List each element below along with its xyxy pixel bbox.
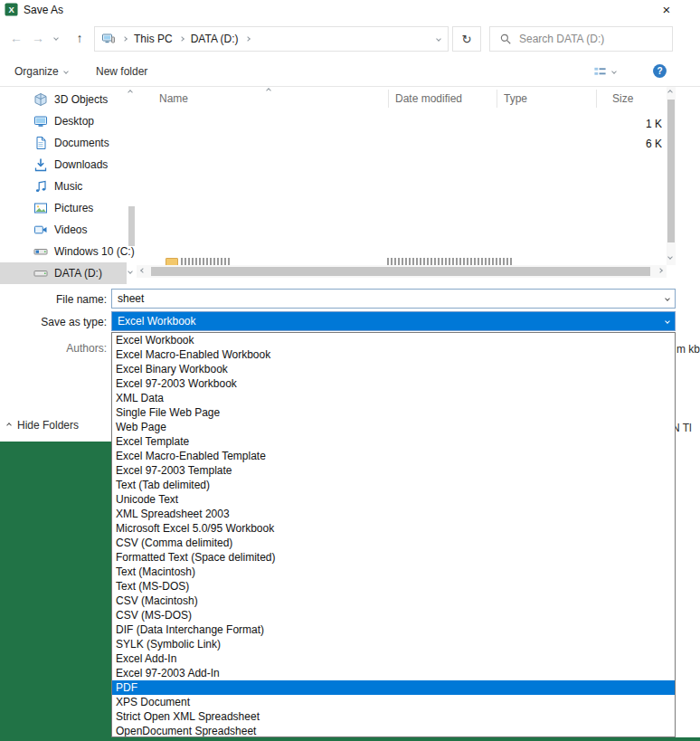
file-name-input[interactable]	[111, 289, 676, 309]
file-list-vertical-scrollbar[interactable]	[667, 87, 676, 265]
breadcrumb-this-pc[interactable]: This PC	[134, 33, 173, 45]
file-type-option[interactable]: Unicode Text	[112, 492, 675, 507]
file-type-option[interactable]: Excel Binary Workbook	[112, 362, 675, 376]
scroll-up-icon[interactable]	[667, 90, 673, 95]
column-header-type[interactable]: Type	[497, 89, 597, 109]
back-button[interactable]	[5, 27, 27, 49]
change-view-button[interactable]	[593, 63, 616, 80]
vertical-scrollbar-thumb[interactable]	[667, 100, 675, 242]
file-type-option[interactable]: Text (Macintosh)	[112, 565, 675, 579]
breadcrumb-current-folder[interactable]: DATA (D:)	[191, 33, 239, 45]
chevron-right-icon[interactable]	[179, 36, 184, 42]
help-button[interactable]: ?	[652, 63, 667, 79]
up-button[interactable]	[69, 27, 90, 49]
file-type-option[interactable]: Excel Macro-Enabled Template	[112, 449, 675, 463]
horizontal-scrollbar-thumb[interactable]	[151, 267, 650, 276]
save-as-type-combobox[interactable]: Excel Workbook	[111, 311, 676, 331]
file-type-option[interactable]: Web Page	[112, 420, 675, 434]
file-type-option[interactable]: Excel Add-In	[112, 651, 675, 666]
chevron-right-icon[interactable]	[245, 36, 251, 42]
recent-locations-button[interactable]	[49, 27, 63, 49]
close-icon[interactable]	[649, 0, 684, 20]
scroll-up-icon[interactable]	[128, 90, 133, 95]
file-type-option[interactable]: XML Data	[112, 391, 675, 405]
sidebar-item-data-d[interactable]: DATA (D:)	[0, 262, 127, 284]
window-title: Save As	[24, 4, 63, 16]
column-divider[interactable]	[497, 90, 497, 108]
save-type-dropdown-list: Excel WorkbookExcel Macro-Enabled Workbo…	[111, 332, 676, 737]
file-type-option[interactable]: CSV (Comma delimited)	[112, 536, 675, 550]
column-divider[interactable]	[596, 90, 597, 108]
file-type-option[interactable]: Single File Web Page	[112, 405, 675, 420]
sidebar-item-desktop[interactable]: Desktop	[0, 110, 127, 132]
sidebar-item-windows-10-c[interactable]: Windows 10 (C:)	[0, 241, 127, 262]
column-header-date-modified[interactable]: Date modified	[389, 89, 497, 109]
file-row-size[interactable]: 6 K	[593, 138, 662, 150]
file-type-option[interactable]: DIF (Data Interchange Format)	[112, 622, 675, 637]
file-type-option[interactable]: Strict Open XML Spreadsheet	[112, 709, 675, 724]
file-type-option[interactable]: Excel 97-2003 Template	[112, 463, 675, 478]
new-folder-button[interactable]: New folder	[96, 63, 147, 80]
search-input[interactable]	[519, 33, 667, 45]
clipped-file-details[interactable]	[387, 258, 512, 265]
save-as-type-label: Save as type:	[0, 316, 107, 328]
sidebar-item-pictures[interactable]: Pictures	[0, 197, 127, 219]
sidebar-item-downloads[interactable]: Downloads	[0, 154, 127, 176]
refresh-button[interactable]	[452, 26, 481, 52]
file-type-option[interactable]: CSV (Macintosh)	[112, 594, 675, 608]
title-bar: X Save As	[0, 0, 700, 20]
file-type-option[interactable]: Excel 97-2003 Add-In	[112, 666, 675, 680]
organize-button[interactable]: Organize	[14, 63, 68, 80]
sidebar-item-label: Music	[54, 180, 82, 193]
new-folder-label: New folder	[96, 65, 147, 78]
column-header-size[interactable]: Size	[597, 89, 667, 109]
list-view-icon	[593, 65, 607, 79]
file-type-option[interactable]: Excel Macro-Enabled Workbook	[112, 347, 675, 362]
music-note-icon	[33, 179, 48, 194]
hide-folders-button[interactable]: Hide Folders	[7, 416, 79, 434]
file-type-option[interactable]: Text (Tab delimited)	[112, 478, 675, 492]
search-box[interactable]	[489, 26, 673, 52]
scroll-down-icon[interactable]	[128, 269, 133, 274]
hide-folders-label: Hide Folders	[17, 419, 79, 432]
chevron-right-icon[interactable]	[122, 36, 128, 42]
column-header-label: Date modified	[395, 92, 462, 105]
address-dropdown-icon[interactable]	[436, 36, 441, 42]
column-header-name[interactable]: Name	[137, 89, 389, 109]
file-type-option[interactable]: SYLK (Symbolic Link)	[112, 637, 675, 651]
file-type-option[interactable]: XML Spreadsheet 2003	[112, 507, 675, 521]
scroll-down-icon[interactable]	[667, 254, 673, 260]
sidebar-item-music[interactable]: Music	[0, 176, 127, 197]
file-type-option[interactable]: CSV (MS-DOS)	[112, 608, 675, 622]
file-type-option[interactable]: Text (MS-DOS)	[112, 579, 675, 594]
column-divider[interactable]	[388, 90, 389, 108]
sidebar-scrollbar[interactable]	[128, 87, 136, 279]
organize-label: Organize	[14, 65, 59, 78]
file-row-size[interactable]: 1 K	[593, 118, 662, 130]
file-type-option[interactable]: Excel Template	[112, 434, 675, 449]
address-bar[interactable]: This PC DATA (D:)	[94, 26, 449, 52]
scroll-right-icon[interactable]	[657, 268, 663, 273]
sidebar-item-label: Pictures	[54, 202, 93, 214]
clipped-file-name[interactable]	[181, 258, 230, 265]
chevron-down-icon	[63, 69, 69, 74]
forward-button[interactable]	[27, 27, 49, 49]
file-type-option[interactable]: Microsoft Excel 5.0/95 Workbook	[112, 521, 675, 536]
file-type-option[interactable]: OpenDocument Spreadsheet	[112, 724, 675, 737]
sidebar-scrollbar-thumb[interactable]	[128, 206, 135, 246]
file-list-horizontal-scrollbar[interactable]	[137, 265, 667, 278]
excel-icon: X	[5, 3, 18, 16]
video-icon	[33, 223, 48, 237]
file-type-option[interactable]: XPS Document	[112, 695, 675, 709]
file-type-option[interactable]: Excel 97-2003 Workbook	[112, 376, 675, 391]
file-type-option[interactable]: Excel Workbook	[112, 333, 675, 347]
sidebar-item-videos[interactable]: Videos	[0, 219, 127, 241]
scroll-left-icon[interactable]	[140, 268, 146, 273]
chevron-down-icon	[611, 69, 617, 74]
file-type-option[interactable]: PDF	[112, 680, 675, 695]
chevron-up-icon	[6, 423, 12, 428]
picture-icon	[33, 201, 48, 215]
sidebar-item-3d-objects[interactable]: 3D Objects	[0, 89, 127, 110]
sidebar-item-documents[interactable]: Documents	[0, 132, 127, 154]
file-type-option[interactable]: Formatted Text (Space delimited)	[112, 550, 675, 565]
